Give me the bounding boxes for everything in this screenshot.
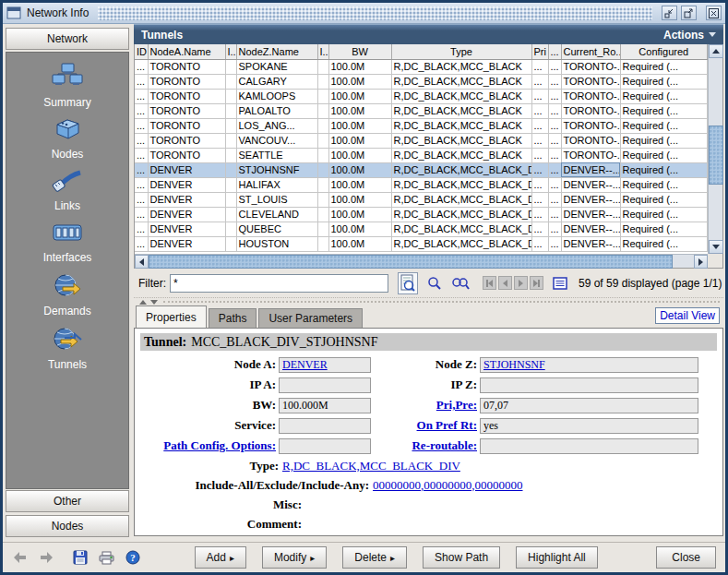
table-cell[interactable]: 100.0M [328,192,391,207]
table-row[interactable]: ...TORONTOSEATTLE100.0MR,DC_BLACK,MCC_BL… [135,148,708,162]
table-cell[interactable]: SPOKANE [236,59,317,74]
table-row[interactable]: ...DENVERSTJOHNSNF100.0MR,DC_BLACK,MCC_B… [135,162,708,177]
table-cell[interactable]: Required (... [620,74,708,89]
table-cell[interactable] [317,148,328,162]
table-cell[interactable] [225,207,236,222]
table-cell[interactable]: TORONTO [148,148,225,162]
table-cell[interactable]: R,DC_BLACK,MCC_BLACK_DIV [391,207,531,222]
table-cell[interactable] [225,222,236,236]
column-header[interactable]: I... [225,44,236,59]
node-a-link[interactable]: DENVER [282,358,328,371]
table-cell[interactable]: ... [135,236,148,251]
table-row[interactable]: ...TORONTOSPOKANE100.0MR,DC_BLACK,MCC_BL… [135,59,708,74]
last-page-icon[interactable] [530,276,543,290]
table-row[interactable]: ...TORONTOLOS_ANG...100.0MR,DC_BLACK,MCC… [135,118,708,133]
horizontal-scrollbar[interactable] [135,254,708,268]
table-row[interactable]: ...TORONTOKAMLOOPS100.0MR,DC_BLACK,MCC_B… [135,89,708,103]
column-header[interactable]: Current_Ro... [561,44,620,59]
table-cell[interactable] [225,133,236,148]
table-cell[interactable]: HALIFAX [236,177,317,192]
node-z-link[interactable]: STJOHNSNF [483,358,545,371]
sidebar-other-button[interactable]: Other [6,490,129,512]
show-path-button[interactable]: Show Path [423,546,500,569]
table-cell[interactable] [317,89,328,103]
column-header[interactable]: NodeA.Name [148,44,225,59]
table-cell[interactable] [317,74,328,89]
sidebar-network-button[interactable]: Network [6,28,129,50]
table-cell[interactable] [317,177,328,192]
table-cell[interactable]: TORONTO [148,118,225,133]
save-icon[interactable] [73,550,88,565]
table-cell[interactable]: R,DC_BLACK,MCC_BLACK [391,89,531,103]
table-cell[interactable]: ... [531,133,548,148]
table-cell[interactable]: 100.0M [328,236,391,251]
table-cell[interactable]: Required (... [620,192,708,207]
table-cell[interactable]: Required (... [620,103,708,118]
table-row[interactable]: ...DENVERHALIFAX100.0MR,DC_BLACK,MCC_BLA… [135,177,708,192]
table-cell[interactable] [225,192,236,207]
tab-properties[interactable]: Properties [136,305,207,328]
table-cell[interactable]: TORONTO-... [561,59,620,74]
column-header[interactable]: NodeZ.Name [236,44,317,59]
page-setup-icon[interactable] [553,277,567,290]
table-cell[interactable]: DENVER [148,207,225,222]
table-cell[interactable]: TORONTO [148,74,225,89]
table-cell[interactable]: ... [548,59,561,74]
table-cell[interactable]: Required (... [620,236,708,251]
table-cell[interactable]: TORONTO [148,89,225,103]
pri-pre-link[interactable]: Pri,Pre: [371,398,480,413]
table-cell[interactable]: R,DC_BLACK,MCC_BLACK_DIV [391,162,531,177]
previous-page-icon[interactable] [498,276,512,290]
close-button[interactable]: Close [656,546,716,569]
table-cell[interactable]: DENVER--... [561,222,620,236]
scroll-left-icon[interactable] [135,255,149,269]
table-cell[interactable]: ... [531,207,548,222]
table-cell[interactable]: ... [135,207,148,222]
actions-menu-button[interactable]: Actions [663,29,716,42]
table-cell[interactable]: ... [531,103,548,118]
table-cell[interactable]: ... [531,89,548,103]
table-cell[interactable]: R,DC_BLACK,MCC_BLACK_DIV [391,236,531,251]
table-cell[interactable]: Required (... [620,162,708,177]
sidebar-item-nodes[interactable]: Nodes [52,117,84,161]
table-cell[interactable]: R,DC_BLACK,MCC_BLACK [391,118,531,133]
table-cell[interactable]: ... [531,222,548,236]
table-cell[interactable]: Required (... [620,177,708,192]
table-cell[interactable]: ... [548,133,561,148]
table-cell[interactable]: 100.0M [328,133,391,148]
table-cell[interactable] [225,89,236,103]
table-cell[interactable]: R,DC_BLACK,MCC_BLACK_DIV [391,192,531,207]
table-cell[interactable]: ... [135,74,148,89]
table-cell[interactable]: DENVER--... [561,207,620,222]
include-exclude-link[interactable]: 00000000,00000000,00000000 [373,478,523,493]
highlight-all-button[interactable]: Highlight All [516,546,598,569]
type-link[interactable]: R,DC_BLACK,MCC_BLACK_DIV [282,459,460,473]
column-header[interactable]: ... [548,44,561,59]
splitter-collapse-up-icon[interactable] [139,300,147,305]
table-cell[interactable]: TORONTO [148,133,225,148]
table-cell[interactable]: ... [531,118,548,133]
modify-button[interactable]: Modify▸ [262,546,327,569]
table-cell[interactable]: TORONTO-... [561,103,620,118]
zoom-icon[interactable] [427,276,442,291]
table-cell[interactable] [317,118,328,133]
table-cell[interactable] [317,162,328,177]
table-cell[interactable] [317,59,328,74]
table-cell[interactable]: ... [548,192,561,207]
table-row[interactable]: ...TORONTOVANCOUV...100.0MR,DC_BLACK,MCC… [135,133,708,148]
table-cell[interactable] [317,236,328,251]
table-cell[interactable]: TORONTO-... [561,118,620,133]
table-cell[interactable]: STJOHNSNF [236,162,317,177]
table-cell[interactable]: DENVER--... [561,162,620,177]
table-cell[interactable]: PALOALTO [236,103,317,118]
table-cell[interactable]: KAMLOOPS [236,89,317,103]
table-row[interactable]: ...DENVERHOUSTON100.0MR,DC_BLACK,MCC_BLA… [135,236,708,251]
table-cell[interactable]: ... [135,89,148,103]
table-cell[interactable]: ... [531,236,548,251]
table-row[interactable]: ...TORONTOCALGARY100.0MR,DC_BLACK,MCC_BL… [135,74,708,89]
table-cell[interactable]: 100.0M [328,207,391,222]
detail-view-button[interactable]: Detail View [655,307,720,324]
table-cell[interactable]: ... [548,103,561,118]
back-icon[interactable] [12,551,28,564]
table-cell[interactable]: HOUSTON [236,236,317,251]
